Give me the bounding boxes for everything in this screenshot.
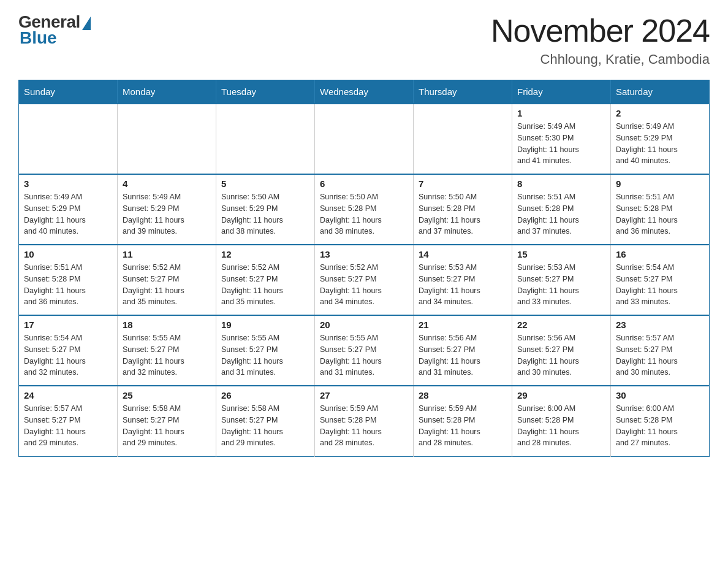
logo: General Blue bbox=[18, 12, 91, 48]
day-number: 6 bbox=[320, 178, 408, 189]
calendar-week-5: 24Sunrise: 5:57 AM Sunset: 5:27 PM Dayli… bbox=[19, 386, 710, 456]
day-number: 3 bbox=[24, 178, 112, 189]
calendar-week-3: 10Sunrise: 5:51 AM Sunset: 5:28 PM Dayli… bbox=[19, 245, 710, 315]
calendar-cell bbox=[414, 104, 512, 174]
calendar-cell: 4Sunrise: 5:49 AM Sunset: 5:29 PM Daylig… bbox=[118, 174, 216, 245]
day-info: Sunrise: 5:57 AM Sunset: 5:27 PM Dayligh… bbox=[24, 403, 112, 449]
day-number: 1 bbox=[517, 108, 605, 118]
calendar-cell: 1Sunrise: 5:49 AM Sunset: 5:30 PM Daylig… bbox=[512, 104, 611, 174]
day-info: Sunrise: 5:49 AM Sunset: 5:29 PM Dayligh… bbox=[24, 191, 112, 237]
calendar-body: 1Sunrise: 5:49 AM Sunset: 5:30 PM Daylig… bbox=[19, 104, 710, 456]
day-number: 30 bbox=[616, 390, 704, 400]
day-info: Sunrise: 5:52 AM Sunset: 5:27 PM Dayligh… bbox=[320, 262, 408, 308]
calendar-week-4: 17Sunrise: 5:54 AM Sunset: 5:27 PM Dayli… bbox=[19, 315, 710, 386]
weekday-header-sunday: Sunday bbox=[19, 80, 118, 104]
calendar-cell bbox=[118, 104, 216, 174]
calendar-cell: 18Sunrise: 5:55 AM Sunset: 5:27 PM Dayli… bbox=[118, 315, 216, 386]
day-number: 26 bbox=[221, 390, 309, 400]
calendar-cell: 15Sunrise: 5:53 AM Sunset: 5:27 PM Dayli… bbox=[512, 245, 611, 315]
calendar-cell: 8Sunrise: 5:51 AM Sunset: 5:28 PM Daylig… bbox=[512, 174, 611, 245]
day-number: 11 bbox=[123, 249, 211, 259]
calendar-cell: 21Sunrise: 5:56 AM Sunset: 5:27 PM Dayli… bbox=[414, 315, 512, 386]
day-number: 5 bbox=[221, 178, 309, 189]
day-info: Sunrise: 5:52 AM Sunset: 5:27 PM Dayligh… bbox=[221, 262, 309, 308]
day-number: 15 bbox=[517, 249, 605, 259]
calendar-cell: 12Sunrise: 5:52 AM Sunset: 5:27 PM Dayli… bbox=[216, 245, 315, 315]
calendar-cell bbox=[19, 104, 118, 174]
calendar-cell: 6Sunrise: 5:50 AM Sunset: 5:28 PM Daylig… bbox=[315, 174, 414, 245]
calendar-cell: 28Sunrise: 5:59 AM Sunset: 5:28 PM Dayli… bbox=[414, 386, 512, 456]
calendar-table: SundayMondayTuesdayWednesdayThursdayFrid… bbox=[18, 80, 710, 457]
calendar-cell: 16Sunrise: 5:54 AM Sunset: 5:27 PM Dayli… bbox=[611, 245, 710, 315]
calendar-cell: 26Sunrise: 5:58 AM Sunset: 5:27 PM Dayli… bbox=[216, 386, 315, 456]
day-number: 17 bbox=[24, 320, 112, 330]
calendar-cell: 29Sunrise: 6:00 AM Sunset: 5:28 PM Dayli… bbox=[512, 386, 611, 456]
weekday-header-thursday: Thursday bbox=[414, 80, 512, 104]
weekday-header-row: SundayMondayTuesdayWednesdayThursdayFrid… bbox=[19, 80, 710, 104]
day-number: 12 bbox=[221, 249, 309, 259]
day-info: Sunrise: 5:56 AM Sunset: 5:27 PM Dayligh… bbox=[419, 332, 507, 378]
day-info: Sunrise: 5:54 AM Sunset: 5:27 PM Dayligh… bbox=[616, 262, 704, 308]
calendar-cell: 20Sunrise: 5:55 AM Sunset: 5:27 PM Dayli… bbox=[315, 315, 414, 386]
day-number: 24 bbox=[24, 390, 112, 400]
day-info: Sunrise: 5:59 AM Sunset: 5:28 PM Dayligh… bbox=[320, 403, 408, 449]
day-number: 7 bbox=[419, 178, 507, 189]
calendar-header: SundayMondayTuesdayWednesdayThursdayFrid… bbox=[19, 80, 710, 104]
day-info: Sunrise: 5:49 AM Sunset: 5:29 PM Dayligh… bbox=[123, 191, 211, 237]
day-info: Sunrise: 5:58 AM Sunset: 5:27 PM Dayligh… bbox=[221, 403, 309, 449]
calendar-cell: 10Sunrise: 5:51 AM Sunset: 5:28 PM Dayli… bbox=[19, 245, 118, 315]
day-info: Sunrise: 5:53 AM Sunset: 5:27 PM Dayligh… bbox=[419, 262, 507, 308]
page-header: General Blue November 2024 Chhloung, Kra… bbox=[18, 12, 710, 67]
day-number: 25 bbox=[123, 390, 211, 400]
day-number: 9 bbox=[616, 178, 704, 189]
day-number: 21 bbox=[419, 320, 507, 330]
day-number: 2 bbox=[616, 108, 704, 118]
day-info: Sunrise: 5:49 AM Sunset: 5:30 PM Dayligh… bbox=[517, 121, 605, 167]
day-number: 16 bbox=[616, 249, 704, 259]
day-info: Sunrise: 5:56 AM Sunset: 5:27 PM Dayligh… bbox=[517, 332, 605, 378]
calendar-cell: 23Sunrise: 5:57 AM Sunset: 5:27 PM Dayli… bbox=[611, 315, 710, 386]
day-info: Sunrise: 5:51 AM Sunset: 5:28 PM Dayligh… bbox=[517, 191, 605, 237]
day-info: Sunrise: 5:55 AM Sunset: 5:27 PM Dayligh… bbox=[320, 332, 408, 378]
calendar-cell: 24Sunrise: 5:57 AM Sunset: 5:27 PM Dayli… bbox=[19, 386, 118, 456]
logo-triangle-icon bbox=[82, 17, 91, 30]
day-info: Sunrise: 5:58 AM Sunset: 5:27 PM Dayligh… bbox=[123, 403, 211, 449]
day-number: 20 bbox=[320, 320, 408, 330]
day-info: Sunrise: 5:59 AM Sunset: 5:28 PM Dayligh… bbox=[419, 403, 507, 449]
day-info: Sunrise: 6:00 AM Sunset: 5:28 PM Dayligh… bbox=[616, 403, 704, 449]
day-info: Sunrise: 5:52 AM Sunset: 5:27 PM Dayligh… bbox=[123, 262, 211, 308]
day-number: 4 bbox=[123, 178, 211, 189]
weekday-header-tuesday: Tuesday bbox=[216, 80, 315, 104]
calendar-week-1: 1Sunrise: 5:49 AM Sunset: 5:30 PM Daylig… bbox=[19, 104, 710, 174]
day-number: 27 bbox=[320, 390, 408, 400]
calendar-cell: 14Sunrise: 5:53 AM Sunset: 5:27 PM Dayli… bbox=[414, 245, 512, 315]
calendar-cell: 22Sunrise: 5:56 AM Sunset: 5:27 PM Dayli… bbox=[512, 315, 611, 386]
calendar-cell: 7Sunrise: 5:50 AM Sunset: 5:28 PM Daylig… bbox=[414, 174, 512, 245]
day-number: 8 bbox=[517, 178, 605, 189]
calendar-week-2: 3Sunrise: 5:49 AM Sunset: 5:29 PM Daylig… bbox=[19, 174, 710, 245]
day-info: Sunrise: 5:49 AM Sunset: 5:29 PM Dayligh… bbox=[616, 121, 704, 167]
weekday-header-friday: Friday bbox=[512, 80, 611, 104]
day-info: Sunrise: 5:51 AM Sunset: 5:28 PM Dayligh… bbox=[24, 262, 112, 308]
weekday-header-saturday: Saturday bbox=[611, 80, 710, 104]
weekday-header-wednesday: Wednesday bbox=[315, 80, 414, 104]
day-info: Sunrise: 5:50 AM Sunset: 5:28 PM Dayligh… bbox=[320, 191, 408, 237]
calendar-cell: 3Sunrise: 5:49 AM Sunset: 5:29 PM Daylig… bbox=[19, 174, 118, 245]
day-info: Sunrise: 5:50 AM Sunset: 5:29 PM Dayligh… bbox=[221, 191, 309, 237]
calendar-cell: 25Sunrise: 5:58 AM Sunset: 5:27 PM Dayli… bbox=[118, 386, 216, 456]
day-info: Sunrise: 5:53 AM Sunset: 5:27 PM Dayligh… bbox=[517, 262, 605, 308]
title-block: November 2024 Chhloung, Kratie, Cambodia bbox=[491, 12, 710, 67]
day-number: 19 bbox=[221, 320, 309, 330]
day-number: 13 bbox=[320, 249, 408, 259]
day-info: Sunrise: 5:55 AM Sunset: 5:27 PM Dayligh… bbox=[221, 332, 309, 378]
calendar-cell: 5Sunrise: 5:50 AM Sunset: 5:29 PM Daylig… bbox=[216, 174, 315, 245]
day-number: 29 bbox=[517, 390, 605, 400]
calendar-cell: 19Sunrise: 5:55 AM Sunset: 5:27 PM Dayli… bbox=[216, 315, 315, 386]
calendar-cell: 30Sunrise: 6:00 AM Sunset: 5:28 PM Dayli… bbox=[611, 386, 710, 456]
day-info: Sunrise: 5:51 AM Sunset: 5:28 PM Dayligh… bbox=[616, 191, 704, 237]
day-info: Sunrise: 5:54 AM Sunset: 5:27 PM Dayligh… bbox=[24, 332, 112, 378]
day-number: 18 bbox=[123, 320, 211, 330]
calendar-cell bbox=[216, 104, 315, 174]
calendar-cell: 13Sunrise: 5:52 AM Sunset: 5:27 PM Dayli… bbox=[315, 245, 414, 315]
calendar-cell: 2Sunrise: 5:49 AM Sunset: 5:29 PM Daylig… bbox=[611, 104, 710, 174]
